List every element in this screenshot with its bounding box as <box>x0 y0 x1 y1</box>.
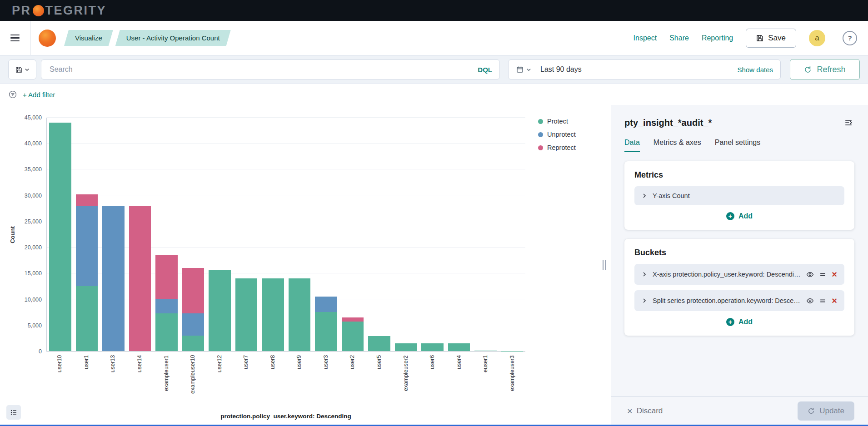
bar-user9[interactable] <box>286 118 313 351</box>
legend-toggle-button[interactable] <box>6 405 21 420</box>
show-dates-link[interactable]: Show dates <box>738 66 780 74</box>
legend-item-unprotect[interactable]: Unprotect <box>538 131 608 138</box>
bar-segment-protect[interactable] <box>155 313 178 351</box>
filter-bar: + Add filter <box>0 84 868 105</box>
drag-handle-icon[interactable] <box>819 297 826 304</box>
y-tick-label: 0 <box>39 348 42 355</box>
inspect-link[interactable]: Inspect <box>634 34 657 42</box>
bar-segment-protect[interactable] <box>342 322 364 351</box>
legend-label: Protect <box>547 118 568 125</box>
bar-segment-protect[interactable] <box>289 278 311 351</box>
breadcrumb-visualize[interactable]: Visualize <box>64 30 113 46</box>
bar-segment-unprotect[interactable] <box>76 206 98 286</box>
eye-icon[interactable] <box>806 271 814 278</box>
y-tick-label: 20,000 <box>25 244 42 251</box>
bar-user4[interactable] <box>446 118 473 351</box>
update-button[interactable]: Update <box>798 401 854 421</box>
bar-segment-protect[interactable] <box>368 336 390 351</box>
chevron-right-icon <box>642 272 647 277</box>
protegrity-app-logo <box>39 30 56 47</box>
y-tick-label: 45,000 <box>25 114 42 121</box>
remove-icon[interactable]: × <box>832 270 837 279</box>
bar-exampleuser1[interactable] <box>153 118 180 351</box>
bar-segment-unprotect[interactable] <box>102 206 125 351</box>
bar-segment-reprotect[interactable] <box>155 255 178 299</box>
bar-segment-protect[interactable] <box>262 278 284 351</box>
bar-user2[interactable] <box>339 118 366 351</box>
add-bucket-label: Add <box>738 318 753 326</box>
bar-segment-unprotect[interactable] <box>315 297 337 312</box>
bar-euser1[interactable] <box>472 118 499 351</box>
collapse-panel-button[interactable] <box>843 117 854 129</box>
bar-segment-protect[interactable] <box>421 343 444 351</box>
bar-user12[interactable] <box>206 118 233 351</box>
bar-segment-unprotect[interactable] <box>155 299 178 313</box>
x-tick-label: user4 <box>456 355 462 407</box>
calendar-button[interactable] <box>509 60 539 79</box>
chevron-right-icon <box>642 298 647 303</box>
bar-segment-protect[interactable] <box>76 286 98 351</box>
menu-button[interactable] <box>0 21 30 55</box>
bar-segment-unprotect[interactable] <box>182 313 205 336</box>
bar-segment-protect[interactable] <box>474 351 497 351</box>
bar-segment-protect[interactable] <box>235 278 258 351</box>
add-bucket-button[interactable]: + Add <box>723 317 755 327</box>
chevron-down-icon <box>25 67 30 72</box>
refresh-button[interactable]: Refresh <box>790 59 860 80</box>
bar-segment-reprotect[interactable] <box>76 194 98 206</box>
search-input[interactable] <box>49 65 473 74</box>
bar-user10[interactable] <box>47 118 74 351</box>
dql-label[interactable]: DQL <box>473 66 492 74</box>
bar-segment-protect[interactable] <box>182 336 205 351</box>
share-link[interactable]: Share <box>669 34 689 42</box>
bar-exampleuser2[interactable] <box>393 118 419 351</box>
panel-resize-handle[interactable] <box>603 260 606 270</box>
reporting-link[interactable]: Reporting <box>702 34 733 42</box>
bucket-row-x-axis[interactable]: X-axis protection.policy_user.keyword: D… <box>634 264 844 285</box>
protegrity-wordmark: PR TEGRITY <box>12 4 106 18</box>
bar-user6[interactable] <box>419 118 446 351</box>
metric-row-y-axis-count[interactable]: Y-axis Count <box>634 186 844 205</box>
help-button[interactable]: ? <box>843 31 857 45</box>
bar-user5[interactable] <box>366 118 393 351</box>
eye-icon[interactable] <box>806 297 814 305</box>
avatar[interactable]: a <box>809 30 825 46</box>
time-range-label[interactable]: Last 90 days <box>540 65 582 74</box>
legend-item-protect[interactable]: Protect <box>538 118 608 125</box>
bar-user8[interactable] <box>259 118 286 351</box>
bar-user7[interactable] <box>233 118 260 351</box>
bar-user13[interactable] <box>100 118 127 351</box>
bar-segment-reprotect[interactable] <box>182 268 205 313</box>
remove-icon[interactable]: × <box>832 296 837 305</box>
tab-data[interactable]: Data <box>624 139 640 152</box>
bar-user3[interactable] <box>313 118 339 351</box>
filter-icon[interactable] <box>9 90 17 99</box>
bar-segment-protect[interactable] <box>49 123 71 351</box>
breadcrumb-visualization-title[interactable]: User - Activity Operation Count <box>115 30 231 46</box>
legend-item-reprotect[interactable]: Reprotect <box>538 144 608 151</box>
discard-button[interactable]: × Discard <box>624 406 665 416</box>
bar-segment-reprotect[interactable] <box>342 317 364 322</box>
tab-metrics-axes[interactable]: Metrics & axes <box>653 139 701 152</box>
plus-icon: + <box>726 318 734 326</box>
bar-segment-protect[interactable] <box>448 343 470 351</box>
x-tick-label: user14 <box>136 355 143 407</box>
query-bar: DQL Last 90 days Show dates Refresh <box>0 55 868 84</box>
saved-query-button[interactable] <box>8 59 36 79</box>
save-button[interactable]: Save <box>746 29 796 48</box>
add-filter-link[interactable]: + Add filter <box>23 91 55 99</box>
bar-segment-protect[interactable] <box>209 270 231 351</box>
bar-user1[interactable] <box>74 118 100 351</box>
bar-exampleuser10[interactable] <box>180 118 207 351</box>
bucket-row-split-series[interactable]: Split series protection.operation.keywor… <box>634 290 844 311</box>
bar-user14[interactable] <box>127 118 154 351</box>
y-axis: 05,00010,00015,00020,00025,00030,00035,0… <box>18 118 46 352</box>
bar-segment-protect[interactable] <box>315 312 337 351</box>
drag-handle-icon[interactable] <box>819 271 826 278</box>
y-tick-label: 35,000 <box>25 166 42 173</box>
bar-segment-protect[interactable] <box>395 343 417 351</box>
add-metric-button[interactable]: + Add <box>723 212 755 221</box>
tab-panel-settings[interactable]: Panel settings <box>715 139 761 152</box>
bar-exampleuser3[interactable] <box>499 118 526 351</box>
bar-segment-reprotect[interactable] <box>129 206 151 351</box>
